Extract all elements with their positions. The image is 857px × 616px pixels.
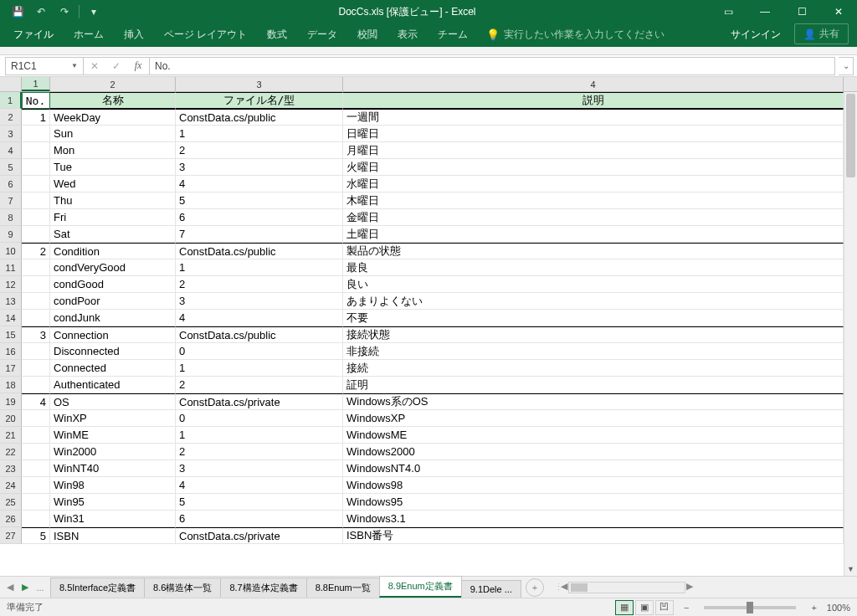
row-header[interactable]: 5 bbox=[0, 159, 22, 176]
cell-name[interactable]: Tue bbox=[50, 159, 176, 176]
row-header[interactable]: 2 bbox=[0, 109, 22, 126]
row-header[interactable]: 27 bbox=[0, 527, 22, 544]
cell-name[interactable]: Connected bbox=[50, 360, 176, 377]
cell-desc[interactable]: 良い bbox=[343, 276, 844, 293]
cell-file[interactable]: 2 bbox=[176, 377, 343, 393]
row-header[interactable]: 23 bbox=[0, 460, 22, 477]
cell-desc[interactable]: WindowsXP bbox=[343, 410, 844, 427]
row-header[interactable]: 24 bbox=[0, 477, 22, 494]
view-page-layout-button[interactable]: ▣ bbox=[635, 600, 654, 615]
undo-button[interactable]: ↶ bbox=[30, 2, 52, 22]
cell-file[interactable]: ConstData.cs/public bbox=[176, 326, 343, 343]
cell-no[interactable] bbox=[22, 276, 50, 293]
cell-no[interactable] bbox=[22, 427, 50, 444]
cell-desc[interactable]: あまりよくない bbox=[343, 293, 844, 310]
sheet-tab[interactable]: 8.8Enum一覧 bbox=[306, 578, 380, 598]
cell-name[interactable]: Fri bbox=[50, 209, 176, 226]
row-header[interactable]: 9 bbox=[0, 226, 22, 243]
tab-data[interactable]: データ bbox=[297, 23, 347, 47]
cell-no-header[interactable]: No. bbox=[22, 92, 50, 109]
cell-name[interactable]: Win95 bbox=[50, 494, 176, 511]
tab-insert[interactable]: 挿入 bbox=[114, 23, 154, 47]
row-header[interactable]: 6 bbox=[0, 176, 22, 192]
sheet-tab[interactable]: 8.5Interface定義書 bbox=[50, 578, 145, 598]
cell-no[interactable] bbox=[22, 259, 50, 276]
cell-file[interactable]: 3 bbox=[176, 293, 343, 310]
cell-file[interactable]: 5 bbox=[176, 494, 343, 511]
sheet-tab[interactable]: 9.1Dele ... bbox=[461, 580, 521, 598]
cell-no[interactable] bbox=[22, 126, 50, 142]
hscroll-right-icon[interactable]: ▶ bbox=[683, 581, 696, 592]
cell-file[interactable]: 2 bbox=[176, 444, 343, 460]
cell-file[interactable]: ConstData.cs/public bbox=[176, 243, 343, 259]
horizontal-scrollbar[interactable]: ◀ ▶ bbox=[568, 582, 685, 593]
cell-no[interactable] bbox=[22, 410, 50, 427]
cell-file[interactable]: 3 bbox=[176, 159, 343, 176]
cell-file[interactable]: 4 bbox=[176, 310, 343, 326]
cell-no[interactable]: 2 bbox=[22, 243, 50, 259]
cell-name[interactable]: WinNT40 bbox=[50, 460, 176, 477]
row-header[interactable]: 26 bbox=[0, 511, 22, 527]
cell-file[interactable]: 6 bbox=[176, 209, 343, 226]
row-header[interactable]: 16 bbox=[0, 343, 22, 360]
cell-no[interactable]: 3 bbox=[22, 326, 50, 343]
cell-no[interactable] bbox=[22, 226, 50, 243]
fx-icon[interactable]: fx bbox=[127, 59, 149, 72]
cell-desc[interactable]: ISBN番号 bbox=[343, 527, 844, 544]
cell-file[interactable]: 1 bbox=[176, 126, 343, 142]
cell-name[interactable]: Win31 bbox=[50, 511, 176, 527]
cell-desc[interactable]: 一週間 bbox=[343, 109, 844, 126]
cell-file[interactable]: 0 bbox=[176, 410, 343, 427]
cell-file[interactable]: 1 bbox=[176, 259, 343, 276]
row-header[interactable]: 18 bbox=[0, 377, 22, 393]
cell-name[interactable]: WeekDay bbox=[50, 109, 176, 126]
cell-name[interactable]: Sun bbox=[50, 126, 176, 142]
cell-file[interactable]: 4 bbox=[176, 176, 343, 192]
cell-file-header[interactable]: ファイル名/型 bbox=[176, 92, 343, 109]
cell-name[interactable]: Wed bbox=[50, 176, 176, 192]
cell-no[interactable] bbox=[22, 444, 50, 460]
cell-no[interactable] bbox=[22, 293, 50, 310]
cell-name[interactable]: WinXP bbox=[50, 410, 176, 427]
cell-no[interactable] bbox=[22, 192, 50, 209]
cell-no[interactable] bbox=[22, 142, 50, 159]
row-header-1[interactable]: 1 bbox=[0, 92, 22, 109]
cell-desc[interactable]: 土曜日 bbox=[343, 226, 844, 243]
cell-no[interactable] bbox=[22, 343, 50, 360]
sheet-nav-overflow[interactable]: ... bbox=[33, 583, 47, 593]
cell-no[interactable] bbox=[22, 494, 50, 511]
cell-name[interactable]: Authenticated bbox=[50, 377, 176, 393]
share-button[interactable]: 👤 共有 bbox=[794, 23, 849, 44]
cell-name[interactable]: OS bbox=[50, 393, 176, 410]
ribbon-display-options-button[interactable]: ▭ bbox=[710, 0, 747, 23]
cell-desc[interactable]: 非接続 bbox=[343, 343, 844, 360]
row-header[interactable]: 8 bbox=[0, 209, 22, 226]
cell-file[interactable]: 0 bbox=[176, 343, 343, 360]
save-button[interactable]: 💾 bbox=[7, 2, 28, 22]
cell-name[interactable]: Thu bbox=[50, 192, 176, 209]
minimize-button[interactable]: — bbox=[747, 0, 783, 23]
cell-desc[interactable]: WindowsNT4.0 bbox=[343, 460, 844, 477]
formula-cancel-button[interactable]: ✕ bbox=[84, 60, 105, 72]
cell-name[interactable]: Condition bbox=[50, 243, 176, 259]
cell-file[interactable]: ConstData.cs/private bbox=[176, 393, 343, 410]
row-header[interactable]: 11 bbox=[0, 259, 22, 276]
cell-desc[interactable]: 証明 bbox=[343, 377, 844, 393]
cell-name[interactable]: condGood bbox=[50, 276, 176, 293]
cell-name[interactable]: condJunk bbox=[50, 310, 176, 326]
cell-name[interactable]: Win2000 bbox=[50, 444, 176, 460]
select-all-corner[interactable] bbox=[0, 77, 22, 91]
row-header[interactable]: 7 bbox=[0, 192, 22, 209]
cell-desc[interactable]: 製品の状態 bbox=[343, 243, 844, 259]
cell-desc[interactable]: 最良 bbox=[343, 259, 844, 276]
cell-no[interactable] bbox=[22, 477, 50, 494]
cell-file[interactable]: 6 bbox=[176, 511, 343, 527]
sheet-nav-prev[interactable]: ◀ bbox=[3, 582, 17, 593]
cell-name[interactable]: Sat bbox=[50, 226, 176, 243]
cell-no[interactable] bbox=[22, 159, 50, 176]
cell-desc[interactable]: 接続状態 bbox=[343, 326, 844, 343]
col-header-2[interactable]: 2 bbox=[50, 77, 176, 91]
tab-review[interactable]: 校閲 bbox=[347, 23, 387, 47]
cell-desc[interactable]: 月曜日 bbox=[343, 142, 844, 159]
row-header[interactable]: 17 bbox=[0, 360, 22, 377]
